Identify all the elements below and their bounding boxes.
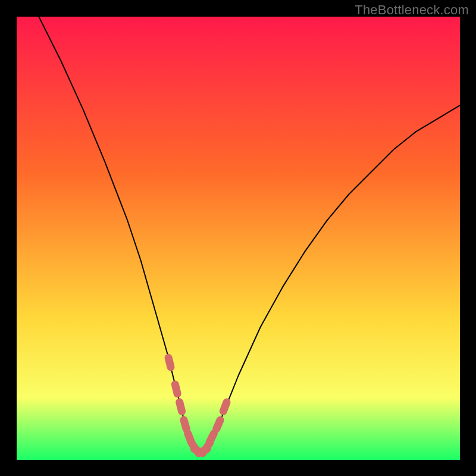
- optimal-marker: [175, 384, 177, 394]
- optimal-marker: [223, 402, 227, 411]
- watermark-text: TheBottleneck.com: [355, 2, 469, 18]
- chart-frame: TheBottleneck.com: [0, 0, 476, 476]
- optimal-marker: [168, 358, 171, 367]
- optimal-marker: [180, 402, 182, 412]
- optimal-marker: [184, 420, 186, 429]
- plot-area: [17, 17, 460, 460]
- gradient-background: [17, 17, 460, 460]
- optimal-marker: [217, 420, 220, 429]
- chart-svg: [17, 17, 460, 460]
- optimal-marker: [209, 434, 214, 442]
